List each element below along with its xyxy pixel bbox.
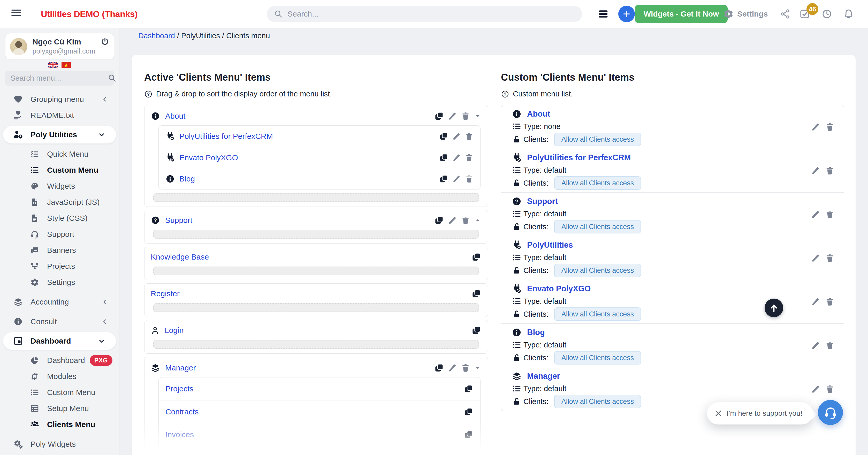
trash-icon[interactable] [825,210,834,219]
sidebar-item-quick-menu[interactable]: Quick Menu [0,146,119,162]
sidebar-item-support[interactable]: Support [0,226,119,242]
trash-icon[interactable] [465,153,473,162]
copy-icon[interactable] [471,289,482,299]
widgets-get-it-now-button[interactable]: Widgets - Get It Now [635,5,727,23]
sidebar-toggle-hamburger-icon[interactable] [11,9,21,17]
sidebar-item-accounting[interactable]: Accounting [0,294,119,310]
sidebar-item-custom-menu-2[interactable]: Custom Menu [0,385,119,400]
trash-icon[interactable] [825,341,834,350]
drag-drop-zone[interactable] [153,340,479,349]
allow-all-clients-button[interactable]: Allow all Clients access [554,307,641,321]
close-icon[interactable] [714,409,722,418]
sidebar-item-poly-widgets[interactable]: Poly Widgets [0,436,119,452]
global-search[interactable] [267,6,582,22]
trash-icon[interactable] [825,253,834,263]
sidebar-item-widgets[interactable]: Widgets [0,178,119,194]
edit-pencil-icon[interactable] [811,166,820,175]
allow-all-clients-button[interactable]: Allow all Clients access [554,132,641,146]
edit-pencil-icon[interactable] [811,385,820,394]
edit-pencil-icon[interactable] [811,297,820,306]
flag-vietnam-icon[interactable] [62,62,71,68]
copy-icon[interactable] [464,407,473,417]
edit-pencil-icon[interactable] [448,112,457,121]
copy-icon[interactable] [471,252,482,262]
copy-icon[interactable] [434,363,444,373]
global-search-input[interactable] [287,9,546,18]
flag-uk-icon[interactable] [48,62,58,68]
edit-pencil-icon[interactable] [811,341,820,350]
sidebar-menu-search[interactable] [5,70,114,86]
edit-pencil-icon[interactable] [452,153,461,162]
notifications-button[interactable] [843,0,854,28]
edit-pencil-icon[interactable] [811,122,820,131]
edit-pencil-icon[interactable] [452,175,461,183]
group-support-link[interactable]: Support [165,216,192,225]
allow-all-clients-button[interactable]: Allow all Clients access [554,395,641,408]
sidebar-item-custom-menu[interactable]: Custom Menu [0,162,119,178]
copy-icon[interactable] [471,325,482,336]
sidebar-item-consult[interactable]: Consult [0,313,119,330]
drag-drop-zone[interactable] [153,303,479,312]
copy-icon[interactable] [439,174,449,184]
trash-icon[interactable] [461,112,470,121]
quick-actions-menu-icon[interactable] [598,8,609,20]
sidebar-item-style-css[interactable]: Style (CSS) [0,210,119,226]
share-button[interactable] [780,0,790,28]
sidebar-item-clients-menu[interactable]: Clients Menu [0,417,119,432]
sidebar-item-javascript[interactable]: JavaScript (JS) [0,194,119,210]
copy-icon[interactable] [439,153,449,162]
group-about-link[interactable]: About [165,112,185,120]
allow-all-clients-button[interactable]: Allow all Clients access [554,351,641,365]
edit-pencil-icon[interactable] [452,132,461,141]
copy-icon[interactable] [464,452,473,455]
copy-icon[interactable] [464,384,473,394]
sidebar-item-projects[interactable]: Projects [0,258,119,274]
edit-pencil-icon[interactable] [448,216,457,225]
avatar[interactable] [10,38,27,55]
drag-drop-zone[interactable] [153,193,479,202]
copy-icon[interactable] [464,430,473,439]
edit-pencil-icon[interactable] [811,210,820,219]
edit-pencil-icon[interactable] [448,363,457,372]
group-login-link[interactable]: Login [165,326,184,335]
sidebar-item-modules[interactable]: Modules [0,368,119,385]
sidebar-item-readme[interactable]: README.txt [0,107,119,123]
trash-icon[interactable] [825,122,834,131]
timers-button[interactable] [822,0,832,28]
breadcrumb-dashboard-link[interactable]: Dashboard [138,32,175,40]
group-manager-link[interactable]: Manager [165,363,196,372]
sidebar-item-banners[interactable]: Banners [0,242,119,258]
trash-icon[interactable] [825,166,834,175]
allow-all-clients-button[interactable]: Allow all Clients access [554,264,641,277]
copy-icon[interactable] [434,215,444,225]
sidebar-item-settings[interactable]: Settings [0,274,119,290]
allow-all-clients-button[interactable]: Allow all Clients access [554,220,641,234]
sidebar-item-poly-utilities[interactable]: Poly Utilities [3,126,116,144]
caret-down-icon[interactable] [474,364,482,372]
trash-icon[interactable] [465,175,473,183]
edit-pencil-icon[interactable] [811,253,820,263]
logout-power-icon[interactable] [100,37,110,46]
trash-icon[interactable] [461,363,470,372]
sidebar-item-setup-menu[interactable]: Setup Menu [0,400,119,417]
drag-drop-zone[interactable] [153,230,479,239]
sidebar-item-dashboard-group[interactable]: Dashboard [3,332,116,350]
copy-icon[interactable] [439,131,449,141]
sidebar-item-grouping-menu[interactable]: Grouping menu [0,91,119,107]
group-register-link[interactable]: Register [151,289,180,298]
sidebar-item-dashboard[interactable]: Dashboard PXG [0,352,119,368]
trash-icon[interactable] [825,297,834,306]
trash-icon[interactable] [461,216,470,225]
caret-up-icon[interactable] [474,216,482,224]
caret-down-icon[interactable] [474,112,482,120]
copy-icon[interactable] [434,111,444,121]
menu-search-input[interactable] [10,74,108,83]
group-knowledge-base-link[interactable]: Knowledge Base [151,252,209,261]
trash-icon[interactable] [465,132,473,141]
scroll-to-top-button[interactable] [765,299,783,317]
trash-icon[interactable] [825,385,834,394]
quick-add-button[interactable] [618,6,635,22]
support-chat-button[interactable] [818,400,843,425]
allow-all-clients-button[interactable]: Allow all Clients access [554,176,641,190]
settings-menu[interactable]: Settings [723,0,768,28]
